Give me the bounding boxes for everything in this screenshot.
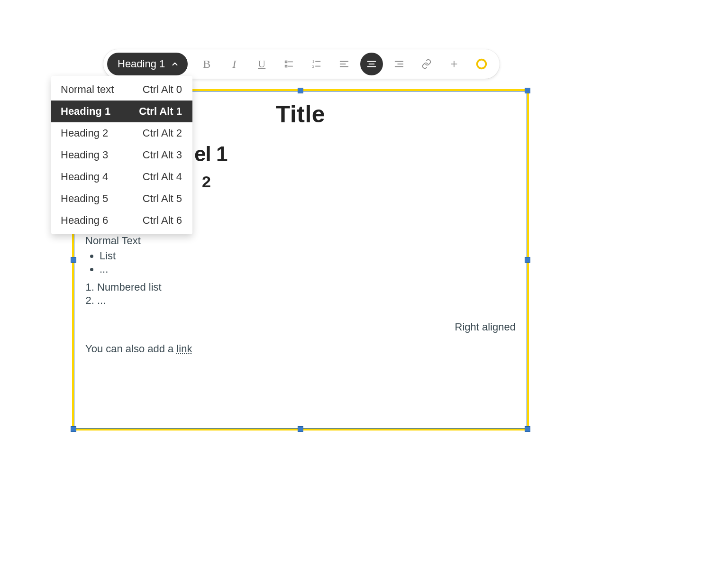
svg-text:2: 2 xyxy=(312,64,315,69)
list-item: List xyxy=(100,250,516,262)
normal-text-line: Normal Text xyxy=(85,235,516,247)
align-right-button[interactable] xyxy=(388,53,410,75)
style-option-shortcut: Ctrl Alt 6 xyxy=(143,214,182,227)
list-item: ... xyxy=(100,263,516,275)
style-option-shortcut: Ctrl Alt 1 xyxy=(139,105,182,118)
style-option-shortcut: Ctrl Alt 0 xyxy=(143,83,182,96)
style-option-heading5[interactable]: Heading 5 Ctrl Alt 5 xyxy=(51,188,192,210)
style-option-shortcut: Ctrl Alt 2 xyxy=(143,127,182,139)
style-option-label: Heading 1 xyxy=(61,105,110,118)
align-left-button[interactable] xyxy=(333,53,355,75)
style-option-normal[interactable]: Normal text Ctrl Alt 0 xyxy=(51,79,192,101)
style-option-label: Heading 2 xyxy=(61,127,108,139)
svg-rect-2 xyxy=(285,65,287,67)
style-option-shortcut: Ctrl Alt 5 xyxy=(143,192,182,205)
link-line: You can also add a link xyxy=(85,343,516,355)
text-style-dropdown: Normal text Ctrl Alt 0 Heading 1 Ctrl Al… xyxy=(51,76,192,234)
bold-button[interactable]: B xyxy=(195,53,218,75)
list-item: ... xyxy=(97,294,516,307)
numbered-list-button[interactable]: 1 2 xyxy=(305,53,328,75)
style-option-heading2[interactable]: Heading 2 Ctrl Alt 2 xyxy=(51,122,192,144)
list-item: Numbered list xyxy=(97,281,516,293)
svg-text:1: 1 xyxy=(312,60,315,64)
style-option-label: Heading 4 xyxy=(61,171,108,183)
style-option-heading6[interactable]: Heading 6 Ctrl Alt 6 xyxy=(51,210,192,231)
style-option-label: Heading 3 xyxy=(61,149,108,161)
style-option-label: Heading 6 xyxy=(61,214,108,227)
italic-button[interactable]: I xyxy=(223,53,246,75)
underline-button[interactable]: U xyxy=(250,53,273,75)
svg-rect-5 xyxy=(316,61,321,62)
numbered-list: Numbered list ... xyxy=(97,281,516,307)
style-option-heading4[interactable]: Heading 4 Ctrl Alt 4 xyxy=(51,166,192,188)
style-option-heading1[interactable]: Heading 1 Ctrl Alt 1 xyxy=(51,101,192,122)
style-option-heading3[interactable]: Heading 3 Ctrl Alt 3 xyxy=(51,144,192,166)
right-aligned-text: Right aligned xyxy=(85,321,516,333)
inline-link[interactable]: link xyxy=(176,343,192,355)
formatting-toolbar: Heading 1 B I U 1 2 xyxy=(103,49,500,79)
text-style-label: Heading 1 xyxy=(118,58,165,70)
style-option-label: Heading 5 xyxy=(61,192,108,205)
align-center-button[interactable] xyxy=(360,53,383,75)
bulleted-list: List ... xyxy=(100,250,516,275)
svg-rect-7 xyxy=(316,66,321,67)
circle-marker-icon[interactable] xyxy=(470,53,493,75)
add-button[interactable] xyxy=(443,53,465,75)
bulleted-list-button[interactable] xyxy=(278,53,300,75)
style-option-label: Normal text xyxy=(61,83,114,96)
chevron-up-icon xyxy=(171,60,179,68)
svg-point-19 xyxy=(477,60,486,69)
style-option-shortcut: Ctrl Alt 3 xyxy=(143,149,182,161)
style-option-shortcut: Ctrl Alt 4 xyxy=(143,171,182,183)
link-button[interactable] xyxy=(415,53,438,75)
text-style-dropdown-button[interactable]: Heading 1 xyxy=(107,53,188,75)
link-line-prefix: You can also add a xyxy=(85,343,176,355)
svg-rect-0 xyxy=(285,61,287,63)
